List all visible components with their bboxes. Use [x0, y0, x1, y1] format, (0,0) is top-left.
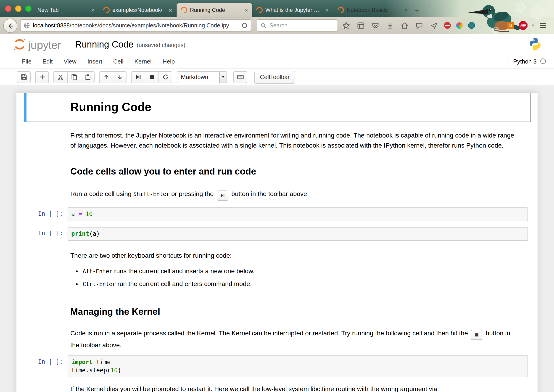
tab-close-icon[interactable]: ×: [325, 7, 329, 13]
browser-tab-examples[interactable]: examples/Notebook/ ×: [99, 3, 177, 17]
jupyter-favicon-icon: [255, 6, 264, 15]
nav-icon-row: [342, 17, 475, 34]
select-caret-icon: ▾: [219, 71, 227, 83]
home-icon[interactable]: [400, 21, 409, 30]
text: run the current cell and enters command …: [116, 280, 252, 287]
chat-icon[interactable]: [415, 21, 424, 30]
bookmarks-panel-icon[interactable]: [356, 21, 365, 30]
menu-file[interactable]: File: [16, 58, 37, 65]
url-text[interactable]: localhost:8888/notebooks/docs/source/exa…: [33, 22, 241, 28]
abp-icon[interactable]: ABP: [519, 21, 527, 30]
command-palette-button[interactable]: [233, 71, 247, 83]
jupyter-logo-icon: [13, 37, 27, 51]
partial-paragraph: If the Kernel dies you will be prompted …: [70, 384, 519, 392]
notebook-heading: Running Code: [70, 99, 526, 115]
paste-icon: [84, 74, 91, 80]
insert-cell-button[interactable]: [35, 71, 49, 83]
chevron-down-icon[interactable]: ▾: [532, 23, 534, 28]
text: button in the toolbar above:: [229, 190, 309, 197]
run-cell-button[interactable]: [131, 71, 145, 83]
jupyter-logo[interactable]: jupyter: [13, 37, 61, 51]
browser-nav-bar: localhost:8888/notebooks/docs/source/exa…: [0, 17, 554, 34]
inline-stop-icon: [471, 330, 483, 340]
celltoolbar-button[interactable]: CellToolbar: [254, 70, 295, 83]
menu-view[interactable]: View: [58, 58, 82, 65]
menu-kernel[interactable]: Kernel: [129, 58, 157, 65]
tab-close-icon[interactable]: ×: [169, 7, 172, 13]
back-button[interactable]: [3, 19, 17, 33]
kbd-alt-enter: Alt-Enter: [83, 268, 112, 275]
pocket-icon[interactable]: [371, 21, 380, 30]
list-item: Ctrl-Enter run the current cell and ente…: [83, 279, 519, 289]
run-icon: [135, 74, 142, 80]
nav-right-cluster: 8 ABP ▾: [507, 17, 548, 34]
window-minimize-button[interactable]: [15, 6, 21, 12]
tab-strip: New Tab × examples/Notebook/ × Running C…: [33, 3, 412, 17]
code-input[interactable]: import time time.sleep(10): [68, 356, 528, 377]
restart-kernel-button[interactable]: [159, 71, 172, 83]
save-button[interactable]: [17, 71, 31, 83]
input-prompt: In [ ]:: [16, 356, 68, 365]
menu-hamburger-icon[interactable]: [539, 21, 548, 30]
menu-help[interactable]: Help: [157, 58, 180, 65]
new-tab-button[interactable]: +: [415, 7, 419, 15]
menu-insert[interactable]: Insert: [82, 58, 108, 65]
run-instruction-paragraph: Run a code cell using Shift-Enter or pre…: [70, 189, 519, 201]
url-bar[interactable]: localhost:8888/notebooks/docs/source/exa…: [20, 19, 251, 32]
tab-close-icon[interactable]: ×: [245, 7, 248, 13]
search-placeholder: Search: [270, 22, 288, 28]
code-cell[interactable]: In [ ]: import time time.sleep(10): [16, 356, 538, 377]
browser-tab-new-tab[interactable]: New Tab ×: [33, 3, 99, 17]
notebook-content-area: Running Code First and foremost, the Jup…: [0, 85, 554, 392]
share-icon[interactable]: [429, 21, 438, 30]
tab-label: examples/Notebook/: [112, 7, 166, 13]
arrow-down-icon: [116, 74, 123, 80]
save-status: (unsaved changes): [137, 42, 185, 48]
stop-icon: [148, 74, 155, 80]
addon-icon[interactable]: [456, 22, 463, 28]
cell-type-select[interactable]: Markdown ▾: [177, 71, 227, 83]
reload-icon[interactable]: [241, 22, 248, 29]
code-cell[interactable]: In [ ]: print(a): [16, 227, 538, 241]
addon-icon[interactable]: [468, 22, 475, 29]
tab-label: What is the Jupyter Notebook: [265, 7, 322, 13]
browser-tab-what-is[interactable]: What is the Jupyter Notebook ×: [252, 3, 333, 17]
browser-tab-bar: New Tab × examples/Notebook/ × Running C…: [0, 0, 554, 17]
move-cell-down-button[interactable]: [113, 71, 126, 83]
back-arrow-icon: [6, 22, 14, 30]
downloads-icon[interactable]: [386, 21, 395, 30]
copy-icon: [71, 74, 78, 80]
search-bar[interactable]: Search: [257, 19, 338, 32]
browser-tab-running-code[interactable]: Running Code ×: [177, 3, 252, 17]
cut-cell-button[interactable]: [53, 71, 67, 83]
menu-cell[interactable]: Cell: [108, 58, 129, 65]
addon-badge-icon[interactable]: 8: [507, 22, 514, 29]
menu-edit[interactable]: Edit: [37, 58, 58, 65]
window-close-button[interactable]: [5, 6, 11, 12]
move-cell-up-button[interactable]: [99, 71, 113, 83]
bookmark-star-icon[interactable]: [342, 21, 351, 30]
adblock-addon-icon[interactable]: [444, 22, 451, 29]
paste-cell-button[interactable]: [81, 71, 95, 83]
tab-close-icon[interactable]: ×: [404, 7, 408, 13]
notebook-title[interactable]: Running Code: [75, 39, 134, 49]
restart-icon: [162, 74, 169, 80]
selected-markdown-cell[interactable]: Running Code: [24, 93, 531, 122]
kernel-paragraph: Code is run in a separate process called…: [70, 328, 519, 350]
tab-close-icon[interactable]: ×: [91, 7, 95, 13]
code-input[interactable]: print(a): [68, 227, 528, 241]
interrupt-kernel-button[interactable]: [145, 71, 159, 83]
browser-tab-notebook-basics[interactable]: Notebook Basics ×: [333, 3, 412, 17]
kbd-shift-enter: Shift-Enter: [133, 191, 170, 197]
notebook-page: Running Code First and foremost, the Jup…: [16, 93, 538, 392]
code-cell[interactable]: In [ ]: a = 10: [16, 207, 538, 221]
search-icon: [260, 22, 267, 28]
copy-cell-button[interactable]: [67, 71, 81, 83]
code-input[interactable]: a = 10: [68, 207, 528, 221]
kbd-ctrl-enter: Ctrl-Enter: [83, 281, 116, 287]
notebook-menubar: File Edit View Insert Cell Kernel Help P…: [0, 54, 554, 69]
text: or pressing the: [170, 190, 215, 197]
window-zoom-button[interactable]: [25, 6, 32, 12]
plus-icon: [39, 74, 45, 80]
section-heading-kernel: Managing the Kernel: [70, 306, 519, 317]
